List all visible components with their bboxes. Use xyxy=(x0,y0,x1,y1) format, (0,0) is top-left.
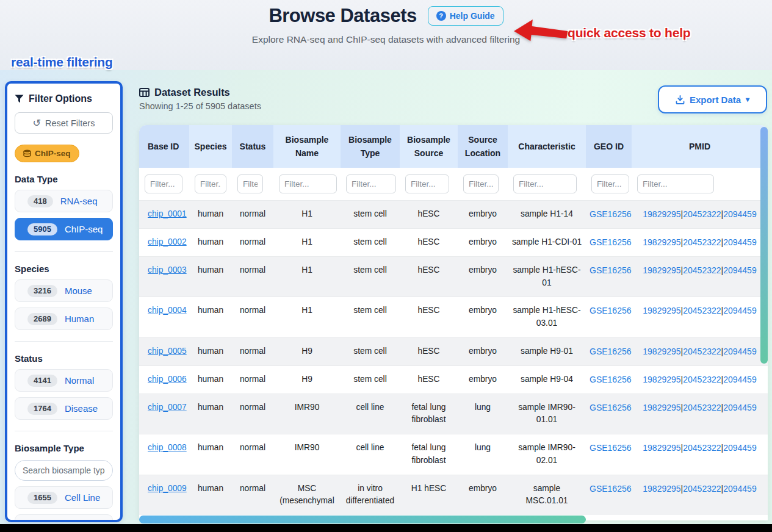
filter-options-title: Filter Options xyxy=(15,93,113,104)
filter-item-normal[interactable]: 4141 Normal xyxy=(15,369,113,392)
pmid-link[interactable]: 2094459 xyxy=(723,265,757,275)
pmid-link[interactable]: 20452322 xyxy=(683,375,721,384)
dataset-link[interactable]: chip_0002 xyxy=(148,237,187,246)
pmid-link[interactable]: 19829295 xyxy=(643,306,680,315)
pmid-link[interactable]: 2094459 xyxy=(723,347,757,356)
pmid-link[interactable]: 20452322 xyxy=(683,237,721,247)
filter-item-cell-line[interactable]: 1655 Cell Line xyxy=(15,486,113,509)
export-data-button[interactable]: Export Data ▾ xyxy=(658,85,767,113)
cell-biosample-source: H1 hESC xyxy=(400,475,458,515)
annotation-arrow-help xyxy=(511,15,570,44)
dataset-link[interactable]: chip_0006 xyxy=(148,375,187,384)
cell-biosample-source: hESC xyxy=(400,201,458,229)
pmid-link[interactable]: 19829295 xyxy=(643,265,680,275)
dataset-link[interactable]: chip_0004 xyxy=(148,306,187,315)
filter-item-disease[interactable]: 1764 Disease xyxy=(15,397,113,420)
cell-geo-id: GSE16256 xyxy=(586,229,632,257)
dataset-link[interactable]: chip_0001 xyxy=(148,209,187,218)
dataset-link[interactable]: chip_0009 xyxy=(148,484,187,493)
pmid-link[interactable]: 19829295 xyxy=(643,209,680,219)
cell-base-id: chip_0007 xyxy=(139,394,189,434)
dataset-link[interactable]: chip_0003 xyxy=(148,265,187,275)
filter-input-biosample-source[interactable] xyxy=(405,174,449,193)
cell-status: normal xyxy=(232,229,273,257)
filter-item-stem-cell[interactable]: 1520 Stem Cell xyxy=(15,514,113,522)
geo-link[interactable]: GSE16256 xyxy=(590,484,632,494)
geo-link[interactable]: GSE16256 xyxy=(590,306,632,315)
annotation-realtime-filtering: real-time filtering xyxy=(11,55,113,70)
pmid-link[interactable]: 2094459 xyxy=(723,443,757,453)
cell-biosample-type: stem cell xyxy=(341,365,400,394)
col-header-species[interactable]: Species xyxy=(189,125,232,168)
col-header-pmid[interactable]: PMID xyxy=(632,125,768,168)
col-header-geo-id[interactable]: GEO ID xyxy=(586,125,632,168)
pmid-link[interactable]: 2094459 xyxy=(723,306,757,315)
biosample-type-search-input[interactable] xyxy=(15,460,113,481)
filter-item-mouse[interactable]: 3216 Mouse xyxy=(15,279,113,302)
pmid-link[interactable]: 19829295 xyxy=(643,403,680,412)
filter-input-biosample-type[interactable] xyxy=(346,174,396,193)
filter-item-chip-seq[interactable]: 5905 ChIP-seq xyxy=(15,218,113,240)
filter-item-label: RNA-seq xyxy=(60,196,98,206)
geo-link[interactable]: GSE16256 xyxy=(590,209,632,219)
geo-link[interactable]: GSE16256 xyxy=(590,347,632,356)
filter-input-base-id[interactable] xyxy=(145,174,182,193)
filter-input-characteristic[interactable] xyxy=(513,174,577,193)
pmid-link[interactable]: 19829295 xyxy=(643,484,680,494)
filter-input-source-location[interactable] xyxy=(463,174,499,193)
pmid-link[interactable]: 20452322 xyxy=(683,443,721,453)
col-header-biosample-source[interactable]: Biosample Source xyxy=(400,125,458,168)
cell-pmid: 19829295|20452322|2094459 xyxy=(632,229,768,257)
geo-link[interactable]: GSE16256 xyxy=(590,265,632,275)
pmid-link[interactable]: 20452322 xyxy=(683,209,721,219)
pmid-link[interactable]: 19829295 xyxy=(643,375,680,384)
dataset-link[interactable]: chip_0007 xyxy=(148,403,187,412)
pmid-link[interactable]: 2094459 xyxy=(723,209,757,219)
cell-species: human xyxy=(189,475,232,515)
filter-item-human[interactable]: 2689 Human xyxy=(15,307,113,330)
pmid-link[interactable]: 19829295 xyxy=(643,443,680,453)
geo-link[interactable]: GSE16256 xyxy=(590,375,632,384)
filter-item-label: Normal xyxy=(65,375,94,386)
dataset-link[interactable]: chip_0008 xyxy=(148,443,187,452)
col-header-characteristic[interactable]: Characteristic xyxy=(508,125,586,168)
col-header-biosample-type[interactable]: Biosample Type xyxy=(341,125,400,168)
filter-input-status[interactable] xyxy=(237,174,263,193)
pmid-link[interactable]: 19829295 xyxy=(643,347,680,356)
filter-input-biosample-name[interactable] xyxy=(279,174,337,193)
pmid-link[interactable]: 20452322 xyxy=(683,347,721,356)
cell-pmid: 19829295|20452322|2094459 xyxy=(632,297,768,337)
col-header-biosample-name[interactable]: Biosample Name xyxy=(273,125,341,168)
geo-link[interactable]: GSE16256 xyxy=(590,443,632,453)
cell-biosample-name: H1 xyxy=(273,201,341,229)
pmid-link[interactable]: 20452322 xyxy=(683,265,721,275)
pmid-link[interactable]: 2094459 xyxy=(723,484,757,494)
cell-biosample-name: IMR90 xyxy=(273,434,341,475)
active-filter-chip[interactable]: ChIP-seq xyxy=(15,145,79,162)
col-header-status[interactable]: Status xyxy=(232,125,273,168)
pmid-link[interactable]: 2094459 xyxy=(723,375,757,384)
cell-characteristic: sample H9-04 xyxy=(508,365,586,394)
geo-link[interactable]: GSE16256 xyxy=(590,403,632,412)
pmid-link[interactable]: 20452322 xyxy=(683,306,721,315)
filter-input-geo-id[interactable] xyxy=(591,174,629,193)
geo-link[interactable]: GSE16256 xyxy=(590,237,632,247)
col-header-source-location[interactable]: Source Location xyxy=(458,125,508,168)
horizontal-scrollbar[interactable] xyxy=(139,516,586,523)
pmid-link[interactable]: 19829295 xyxy=(643,237,680,247)
pmid-link[interactable]: 20452322 xyxy=(683,484,721,494)
dataset-link[interactable]: chip_0005 xyxy=(148,347,187,356)
filter-item-rna-seq[interactable]: 418 RNA-seq xyxy=(15,190,113,212)
pmid-link[interactable]: 2094459 xyxy=(723,403,757,412)
count-badge: 4141 xyxy=(27,375,57,387)
cell-characteristic: sample IMR90-01.01 xyxy=(508,394,586,434)
pmid-link[interactable]: 20452322 xyxy=(683,403,721,412)
reset-filters-button[interactable]: ↺ Reset Filters xyxy=(15,112,113,134)
filter-input-pmid[interactable] xyxy=(637,174,714,193)
help-guide-button[interactable]: ? Help Guide xyxy=(428,6,503,26)
filter-input-species[interactable] xyxy=(195,174,226,193)
pmid-link[interactable]: 2094459 xyxy=(723,237,757,247)
col-header-base-id[interactable]: Base ID xyxy=(139,125,189,168)
cell-geo-id: GSE16256 xyxy=(586,257,632,297)
vertical-scrollbar[interactable] xyxy=(760,127,768,364)
